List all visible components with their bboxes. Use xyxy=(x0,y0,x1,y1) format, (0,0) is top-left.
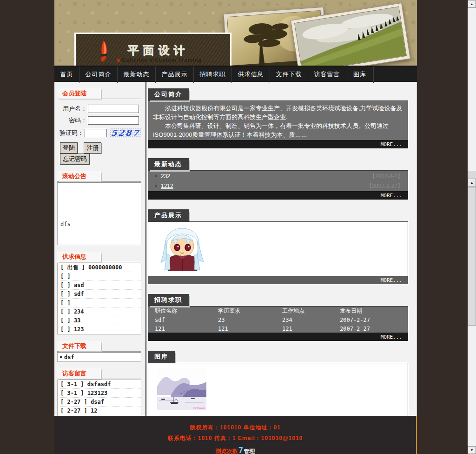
nav-item-jobs[interactable]: 招聘求职 xyxy=(194,67,232,83)
captcha-label: 验证码： xyxy=(57,129,84,137)
scroll-up-icon[interactable]: ▲ xyxy=(468,0,476,8)
news-item-date: 【2007-2-27】 xyxy=(366,181,403,191)
password-field[interactable] xyxy=(88,116,139,125)
logo-dot-icon xyxy=(117,59,120,62)
site-subtitle: Galleries d'Custom Framing xyxy=(117,57,202,63)
news-item[interactable]: 232 【2007-3-1】 xyxy=(148,172,408,181)
jobs-table: 职位名称 学历要求 工作地点 发布日期 sdf 23 234 2007-2-27 xyxy=(148,307,408,333)
register-button[interactable]: 注册 xyxy=(84,142,101,154)
supply-item[interactable]: [ ] xyxy=(60,299,141,307)
supply-item[interactable]: [ ] asd xyxy=(60,281,141,290)
bullet-square-icon xyxy=(155,175,157,177)
supply-item[interactable]: [ ] xyxy=(60,272,141,281)
gallery-thumbnail-image[interactable]: ink TEswcs xyxy=(157,368,206,410)
news-item-date: 【2007-3-1】 xyxy=(370,172,403,181)
products-box xyxy=(148,221,408,276)
scrollbar-track-segment xyxy=(468,171,476,179)
site-column: 平面设计 Galleries d'Custom Framing 首页 公司简介 … xyxy=(54,0,417,454)
footer-contact-line: 联系电话：1010 传真：1 Email：101010@1010 xyxy=(54,434,416,442)
supply-list: [ 出售 ] 0000000000 [ ] [ ] asd [ ] sdf [ … xyxy=(57,263,141,334)
guestbook-section-title: 访客留言 xyxy=(57,368,101,379)
guestbook-item[interactable]: [ 3-1 ] 123123 xyxy=(60,389,141,398)
login-panel: 用户名： 密码： 验证码： 5287 登陆 注册 xyxy=(57,100,141,165)
scroll-up-icon[interactable]: ▲ xyxy=(468,179,476,187)
nav-item-home[interactable]: 首页 xyxy=(54,67,79,83)
page-root: 平面设计 Galleries d'Custom Framing 首页 公司简介 … xyxy=(0,0,476,454)
guestbook-item[interactable]: [ 2-27 ] dsaf xyxy=(60,398,141,407)
supply-item[interactable]: [ ] sdf xyxy=(60,290,141,299)
footer: 版权所有：101010 单位地址：01 联系电话：1010 传真：1 Email… xyxy=(54,416,417,454)
main-nav: 首页 公司简介 最新动态 产品展示 招聘求职 供求信息 文件下载 访客留言 图库 xyxy=(54,66,417,82)
nav-item-about[interactable]: 公司简介 xyxy=(79,67,118,83)
captcha-image[interactable]: 5287 xyxy=(109,128,142,138)
products-section: 产品展示 xyxy=(148,209,408,284)
supply-item[interactable]: [ ] 234 xyxy=(60,307,141,316)
forgot-password-button[interactable]: 忘记密码 xyxy=(60,154,90,165)
site-logo-box: 平面设计 Galleries d'Custom Framing xyxy=(74,33,231,66)
supply-section-header: 供求信息 xyxy=(57,252,141,262)
admin-link[interactable]: 管理 xyxy=(244,448,255,454)
announcement-text: dfs xyxy=(60,221,71,227)
about-section-tab: 公司简介 xyxy=(148,88,189,100)
nav-item-downloads[interactable]: 文件下载 xyxy=(270,67,308,83)
nav-item-supply[interactable]: 供求信息 xyxy=(232,67,270,83)
content-area: 会员登陆 用户名： 密码： 验证码： 5287 xyxy=(54,82,417,416)
news-section: 最新动态 232 【2007-3-1】 1212 【2007-2-27】 MOR… xyxy=(148,158,408,200)
login-section-title: 会员登陆 xyxy=(57,88,101,99)
username-field[interactable] xyxy=(88,105,139,113)
about-paragraph: 本公司集科研、设计、制造、销售为一体，有着一批专业的科技技术人员。公司通过ISO… xyxy=(153,121,403,139)
scrollbar-thumb[interactable] xyxy=(468,187,476,326)
download-item[interactable]: dsf xyxy=(64,354,74,361)
nav-item-guestbook[interactable]: 访客留言 xyxy=(308,67,346,83)
nav-item-news[interactable]: 最新动态 xyxy=(118,67,156,83)
supply-item[interactable]: [ ] 123 xyxy=(60,325,141,334)
jobs-table-box: 职位名称 学历要求 工作地点 发布日期 sdf 23 234 2007-2-27 xyxy=(148,306,408,333)
footer-copyright-line: 版权所有：101010 单位地址：01 xyxy=(54,424,416,432)
download-list: dsf xyxy=(57,352,141,362)
news-item[interactable]: 1212 【2007-2-27】 xyxy=(148,181,408,191)
download-section-header: 文件下载 xyxy=(57,341,141,352)
views-label: 浏览次数 xyxy=(216,448,238,454)
about-section: 公司简介 泓进科技仪器股份有限公司是一家专业生产、开发模拟各类环境试验设备,力学… xyxy=(148,88,408,148)
product-thumbnail-image[interactable] xyxy=(157,227,207,271)
footer-views-line: 浏览次数7管理 xyxy=(54,445,416,454)
guestbook-section-header: 访客留言 xyxy=(57,368,141,379)
jobs-row[interactable]: sdf 23 234 2007-2-27 xyxy=(148,315,408,324)
news-more-link[interactable]: MORE... xyxy=(148,191,408,200)
login-button[interactable]: 登陆 xyxy=(60,142,78,154)
products-more-link[interactable]: MORE... xyxy=(148,276,408,284)
jobs-row[interactable]: 121 121 121 2007-2-27 xyxy=(148,324,408,333)
bullet-square-icon xyxy=(155,185,157,187)
supply-section-title: 供求信息 xyxy=(57,252,101,262)
jobs-section: 招聘求职 职位名称 学历要求 工作地点 发布日期 sdf 23 xyxy=(148,294,408,341)
password-label: 密码： xyxy=(57,116,87,125)
announcement-box: dfs xyxy=(57,182,141,245)
guestbook-item[interactable]: [ 2-27 ] 12 xyxy=(60,415,141,416)
scroll-down-icon[interactable]: ▼ xyxy=(468,446,476,454)
supply-item[interactable]: [ 出售 ] 0000000000 xyxy=(60,263,141,272)
about-text-box: 泓进科技仪器股份有限公司是一家专业生产、开发模拟各类环境试验设备,力学试验设备及… xyxy=(148,100,408,140)
about-more-link[interactable]: MORE... xyxy=(148,140,408,148)
guestbook-item[interactable]: [ 2-27 ] 12 xyxy=(60,407,141,415)
about-paragraph: 泓进科技仪器股份有限公司是一家专业生产、开发模拟各类环境试验设备,力学试验设备及… xyxy=(153,104,403,121)
announcement-section-title: 滚动公告 xyxy=(57,171,101,181)
jobs-header-row: 职位名称 学历要求 工作地点 发布日期 xyxy=(148,307,408,315)
jobs-more-link[interactable]: MORE... xyxy=(148,333,408,341)
news-section-tab: 最新动态 xyxy=(148,158,189,170)
download-section-title: 文件下载 xyxy=(57,341,101,351)
main-column: 公司简介 泓进科技仪器股份有限公司是一家专业生产、开发模拟各类环境试验设备,力学… xyxy=(145,82,416,416)
supply-item[interactable]: [ ] 33 xyxy=(60,316,141,325)
gallery-box: ink TEswcs xyxy=(148,363,408,416)
jobs-col-location: 工作地点 xyxy=(282,307,340,315)
guestbook-item[interactable]: [ 3-1 ] dsfasdf xyxy=(60,380,141,389)
nav-item-products[interactable]: 产品展示 xyxy=(156,67,194,83)
news-list-box: 232 【2007-3-1】 1212 【2007-2-27】 xyxy=(148,170,408,191)
products-section-tab: 产品展示 xyxy=(148,209,189,221)
gallery-section-tab: 图库 xyxy=(148,351,175,363)
nav-item-gallery[interactable]: 图库 xyxy=(346,67,374,83)
paintbrush-icon xyxy=(95,40,111,64)
scrollbar[interactable]: ▲ ▲ ▼ xyxy=(468,0,476,454)
jobs-section-tab: 招聘求职 xyxy=(148,294,189,306)
captcha-field[interactable] xyxy=(85,129,107,137)
announcement-section-header: 滚动公告 xyxy=(57,171,141,182)
